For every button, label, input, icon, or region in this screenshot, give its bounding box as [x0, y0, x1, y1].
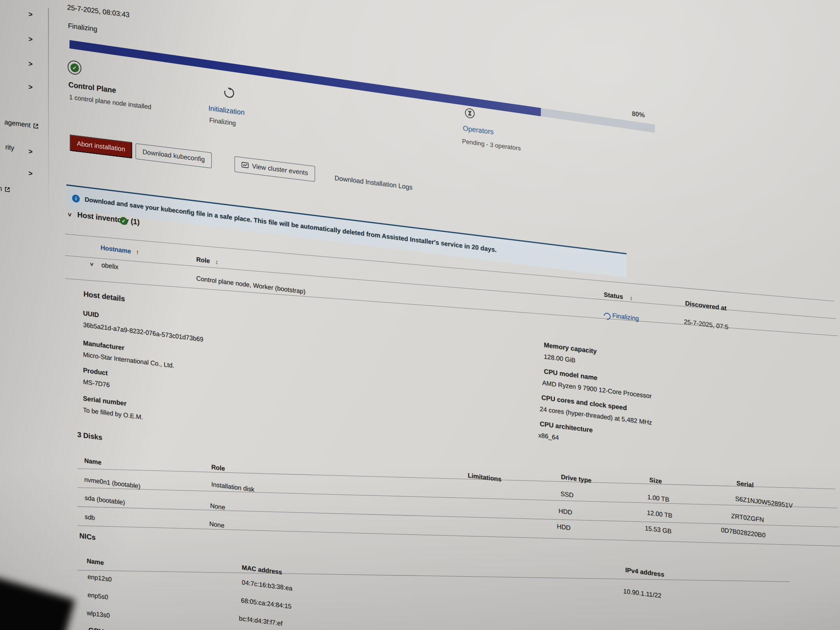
external-link-icon — [5, 186, 10, 193]
disk-type-cell: HDD — [559, 507, 572, 516]
detail-label: UUID — [83, 310, 99, 319]
detail-label: CPU architecture — [540, 420, 593, 434]
disk-serial-cell: S6Z1NJ0W528951V — [735, 495, 793, 509]
step-operators-detail: Pending - 3 operators — [462, 137, 521, 152]
disks-title: 3 Disks — [78, 430, 103, 442]
nic-mac-cell: bc:f4:d4:3f:f7:ef — [239, 615, 283, 628]
table-border — [78, 507, 840, 527]
chevron-right-icon[interactable]: > — [28, 83, 32, 91]
nic-mac-cell: 04:7c:16:b3:38:ea — [242, 579, 292, 592]
nic-column-mac[interactable]: MAC address — [242, 564, 282, 576]
disk-column-serial[interactable]: Serial — [737, 479, 754, 489]
table-border — [78, 570, 790, 582]
progress-title: Finalizing — [68, 22, 97, 34]
disk-column-role[interactable]: Role — [211, 463, 225, 472]
sidebar-item-label: rity — [5, 143, 14, 152]
nic-column-ipv4[interactable]: IPv4 address — [625, 566, 664, 579]
gpus-title: GPUs — [88, 626, 107, 630]
nic-name-cell: enp12s0 — [87, 573, 112, 583]
row-expand-caret-icon[interactable]: > — [89, 262, 95, 266]
chevron-right-icon[interactable]: > — [28, 35, 32, 44]
disk-role-cell: None — [209, 520, 224, 530]
detail-label: CPU model name — [544, 368, 598, 382]
disk-column-drive-type[interactable]: Drive type — [561, 473, 591, 484]
monitor-screen: > > > > agement rity > > n 25-7-2025, 08… — [0, 0, 840, 630]
sidebar-item-management[interactable]: agement — [0, 110, 39, 130]
detail-label: Manufacturer — [83, 339, 124, 352]
step-operators-link[interactable]: Operators — [463, 124, 494, 136]
hostname-cell: obelix — [101, 261, 119, 271]
step-control-plane-detail: 1 control plane node installed — [69, 94, 151, 111]
sort-icon[interactable]: ↕ — [630, 294, 632, 301]
detail-value: 128.00 GiB — [544, 353, 575, 364]
nic-name-cell: enp5s0 — [87, 591, 108, 601]
disk-name-cell: sdb — [84, 513, 95, 522]
download-kubeconfig-button[interactable]: Download kubeconfig — [136, 143, 212, 168]
nic-name-cell: wlp13s0 — [87, 609, 110, 619]
disk-name-cell: sda (bootable) — [84, 494, 125, 507]
abort-installation-button[interactable]: Abort installation — [70, 135, 132, 159]
detail-label: Serial number — [83, 395, 126, 407]
download-installation-logs-link[interactable]: Download Installation Logs — [335, 174, 413, 191]
disk-serial-cell: ZRT0ZGFN — [731, 512, 764, 524]
disk-column-limitations[interactable]: Limitations — [468, 472, 501, 483]
pending-step-icon — [464, 107, 476, 120]
nic-column-name[interactable]: Name — [87, 557, 104, 566]
sidebar-item-label: n — [0, 184, 2, 192]
sidebar-item-security[interactable]: rity — [0, 135, 14, 152]
progress-bar — [69, 40, 655, 133]
nic-ipv4-cell: 10.90.1.11/22 — [623, 587, 662, 600]
column-header-discovered[interactable]: Discovered at — [685, 299, 726, 312]
nic-mac-cell: 68:05:ca:24:84:15 — [241, 597, 292, 610]
detail-value: Micro-Star International Co., Ltd. — [83, 351, 174, 369]
disk-size-cell: 15.53 GB — [645, 525, 671, 535]
nics-title: NICs — [80, 532, 96, 542]
status-spinner-icon — [602, 311, 612, 321]
chevron-right-icon[interactable]: > — [28, 10, 32, 19]
disk-size-cell: 12.00 TB — [647, 509, 672, 520]
step-initialization-link[interactable]: Initialization — [208, 104, 244, 117]
step-initialization-detail: Finalizing — [209, 116, 236, 127]
success-step-icon: ✓ — [68, 60, 82, 75]
detail-label: Product — [83, 367, 107, 377]
view-cluster-events-button[interactable]: View cluster events — [235, 156, 315, 182]
sidebar-item-documentation[interactable]: n — [0, 177, 10, 194]
column-header-hostname[interactable]: Hostname — [100, 244, 131, 255]
sidebar-divider — [48, 8, 49, 248]
assisted-installer-page: > > > > agement rity > > n 25-7-2025, 08… — [0, 0, 840, 630]
sort-ascending-icon[interactable]: ↑ — [136, 248, 139, 256]
table-border — [78, 468, 835, 489]
column-header-role[interactable]: Role — [196, 256, 210, 265]
info-icon: i — [72, 194, 80, 203]
disk-size-cell: 1.00 TB — [647, 493, 669, 504]
column-header-status[interactable]: Status — [604, 291, 623, 301]
disk-type-cell: SSD — [561, 490, 574, 499]
kubeconfig-info-alert: i Download and save your kubeconfig file… — [66, 184, 627, 277]
external-link-icon — [33, 123, 39, 129]
disk-type-cell: HDD — [557, 523, 571, 532]
install-started-timestamp: 25-7-2025, 08:03:43 — [67, 3, 130, 19]
section-collapse-caret-icon[interactable]: > — [66, 212, 73, 217]
host-details-title: Host details — [83, 290, 125, 304]
disk-serial-cell: 0D7B028220B0 — [721, 526, 766, 539]
disk-column-name[interactable]: Name — [84, 457, 101, 466]
detail-label: Memory capacity — [544, 341, 597, 355]
chevron-right-icon[interactable]: > — [28, 169, 32, 178]
sidebar-item-label: agement — [5, 118, 31, 129]
detail-value: x86_64 — [538, 431, 559, 441]
progress-percent: 80% — [632, 110, 645, 119]
detail-value: To be filled by O.E.M. — [83, 406, 143, 421]
sort-icon[interactable]: ↕ — [215, 258, 218, 265]
detail-value: 36b5a21d-a7a9-8232-076a-573c01d73b69 — [83, 321, 203, 343]
chevron-right-icon[interactable]: > — [28, 148, 32, 156]
chart-monitor-icon — [242, 162, 249, 169]
step-control-plane: Control Plane — [68, 80, 116, 95]
table-border — [78, 487, 838, 508]
detail-value: MS-7D76 — [83, 378, 110, 389]
chevron-right-icon[interactable]: > — [28, 60, 32, 68]
alert-message: Download and save your kubeconfig file i… — [84, 196, 496, 253]
in-progress-step-icon — [224, 86, 235, 99]
